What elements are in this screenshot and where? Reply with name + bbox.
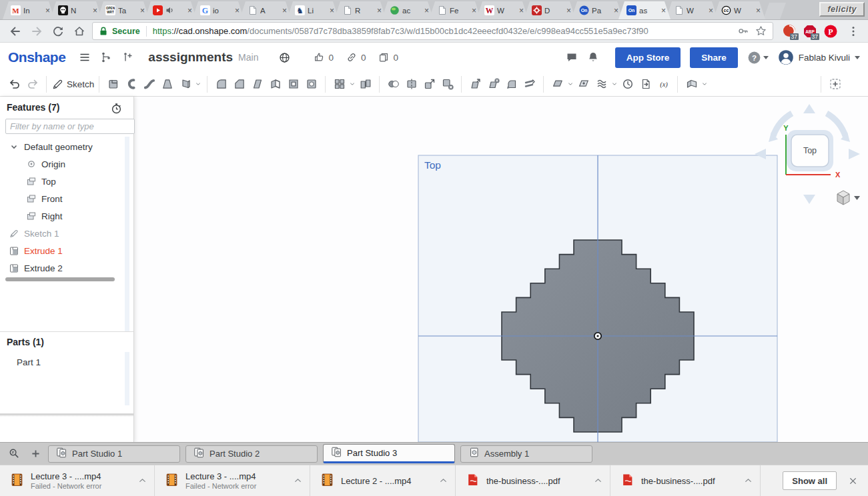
add-tab-icon[interactable] [27, 445, 44, 463]
part-list-item[interactable]: Part 1 [0, 353, 141, 371]
move-face-tool-button[interactable] [466, 75, 484, 93]
tab-close-icon[interactable]: × [612, 6, 620, 15]
versions-icon[interactable] [97, 49, 115, 66]
tab-close-icon[interactable]: × [281, 6, 288, 15]
branch-icon[interactable] [119, 49, 136, 66]
feature-tree-item-sketch-1[interactable]: Sketch 1 [0, 225, 132, 242]
tab-close-icon[interactable]: × [518, 6, 525, 15]
download-menu-chevron-icon[interactable] [291, 474, 304, 487]
workspace-name[interactable]: Main [238, 52, 258, 63]
download-menu-chevron-icon[interactable] [591, 474, 604, 487]
browser-tab-8[interactable]: R× [334, 1, 386, 19]
download-item-2[interactable]: Lecture 3 - ....mp4Failed - Network erro… [155, 465, 310, 496]
new-tab-button[interactable] [763, 3, 786, 19]
feature-tree-item-extrude-1[interactable]: Extrude 1 [0, 242, 132, 259]
tab-close-icon[interactable]: × [565, 6, 572, 15]
app-store-button[interactable]: App Store [615, 47, 681, 68]
user-menu[interactable]: Fablab Kivuli [778, 49, 860, 65]
variable-tool-button[interactable]: (x) [655, 75, 673, 93]
copies-count[interactable]: 0 [378, 51, 398, 63]
download-menu-chevron-icon[interactable] [741, 474, 755, 487]
back-button[interactable] [7, 23, 23, 39]
replace-face-tool-button[interactable] [520, 75, 538, 93]
undo-tool-button[interactable] [5, 75, 23, 93]
sheet-metal-dropdown-chevron-icon[interactable] [701, 75, 709, 93]
plane-tool-button[interactable] [548, 75, 566, 93]
mate-connector-tool-button[interactable] [574, 75, 592, 93]
home-button[interactable] [71, 23, 87, 39]
browser-tab-7[interactable]: ♞Li× [287, 1, 339, 19]
plane-dropdown-chevron-icon[interactable] [566, 75, 574, 93]
rollback-bar[interactable] [5, 277, 115, 281]
rotate-up-arrow[interactable] [803, 104, 815, 113]
rotate-left-arrow[interactable] [755, 149, 766, 159]
split-tool-button[interactable] [402, 75, 420, 93]
delete-part-tool-button[interactable] [438, 75, 456, 93]
comments-icon[interactable] [563, 49, 580, 66]
redo-tool-button[interactable] [23, 75, 41, 93]
tab-close-icon[interactable]: × [376, 6, 383, 15]
tab-close-icon[interactable]: × [139, 6, 146, 15]
tab-close-icon[interactable]: × [470, 6, 478, 15]
linear-pattern-dropdown-chevron-icon[interactable] [348, 75, 356, 93]
fillet-tool-button[interactable] [212, 75, 230, 93]
browser-tab-5[interactable]: Gio× [192, 1, 244, 19]
tab-audio-icon[interactable] [165, 6, 174, 15]
share-button[interactable]: Share [690, 47, 738, 68]
features-scrollbar[interactable] [125, 137, 129, 331]
extension-adblock-icon[interactable]: ABP 37 [803, 24, 817, 39]
helix-dropdown-chevron-icon[interactable] [610, 75, 618, 93]
browser-menu-icon[interactable] [845, 23, 861, 39]
helix-tool-button[interactable] [592, 75, 610, 93]
studio-tab-part-studio-2[interactable]: Part Studio 2 [185, 445, 318, 463]
derived-tool-button[interactable] [636, 75, 655, 93]
likes-count[interactable]: 0 [313, 51, 334, 63]
browser-tab-6[interactable]: A× [240, 1, 292, 19]
bookmark-star-icon[interactable] [753, 24, 768, 39]
regenerate-stopwatch-icon[interactable] [110, 102, 123, 117]
feature-tree-item-extrude-2[interactable]: Extrude 2 [0, 259, 132, 277]
notifications-bell-icon[interactable] [584, 49, 602, 66]
thicken-dropdown-chevron-icon[interactable] [194, 75, 202, 93]
tab-close-icon[interactable]: × [755, 6, 762, 15]
extension-blocker-icon[interactable]: 37 [782, 24, 797, 39]
shell-tool-button[interactable] [284, 75, 302, 93]
download-item-3[interactable]: Lecture 2 - ....mp4 [310, 465, 456, 496]
hole-tool-button[interactable] [302, 75, 320, 93]
model-canvas[interactable]: Top Top Y X [133, 97, 868, 442]
help-menu[interactable]: ? [747, 51, 769, 65]
visibility-globe-icon[interactable] [278, 51, 294, 64]
tab-close-icon[interactable]: × [91, 6, 99, 15]
mirror-tool-button[interactable] [356, 75, 374, 93]
download-item-1[interactable]: Lecture 3 - ....mp4Failed - Network erro… [0, 465, 155, 496]
tab-search-icon[interactable] [5, 445, 23, 463]
browser-tab-11[interactable]: WW× [476, 1, 528, 19]
delete-face-tool-button[interactable] [484, 75, 502, 93]
revolve-tool-button[interactable] [122, 75, 140, 93]
browser-tab-13[interactable]: OnPa× [571, 1, 623, 19]
studio-tab-part-studio-1[interactable]: Part Studio 1 [48, 445, 180, 463]
reload-button[interactable] [49, 23, 66, 39]
tab-close-icon[interactable]: × [234, 6, 241, 15]
tab-close-icon[interactable]: × [328, 6, 336, 15]
modify-fillet-tool-button[interactable] [502, 75, 520, 93]
browser-tab-3[interactable]: OPENWRTTa× [97, 1, 149, 19]
sheet-metal-tool-button[interactable] [683, 75, 701, 93]
download-menu-chevron-icon[interactable] [135, 474, 149, 487]
boolean-tool-button[interactable] [384, 75, 402, 93]
rib-tool-button[interactable] [266, 75, 284, 93]
sweep-tool-button[interactable] [140, 75, 158, 93]
extrude-tool-button[interactable] [104, 75, 122, 93]
browser-tab-12[interactable]: D× [524, 1, 576, 19]
tab-close-icon[interactable]: × [707, 6, 715, 15]
view-options-caret[interactable] [854, 196, 860, 200]
links-count[interactable]: 0 [346, 51, 366, 63]
tab-close-icon[interactable]: × [186, 6, 193, 15]
thicken-tool-button[interactable] [176, 75, 194, 93]
browser-tab-4[interactable]: × [145, 1, 197, 19]
tab-close-icon[interactable]: × [660, 6, 667, 15]
main-menu-icon[interactable] [76, 49, 93, 66]
draft-tool-button[interactable] [248, 75, 266, 93]
transform-tool-button[interactable] [420, 75, 438, 93]
browser-tab-15[interactable]: W× [666, 1, 718, 19]
